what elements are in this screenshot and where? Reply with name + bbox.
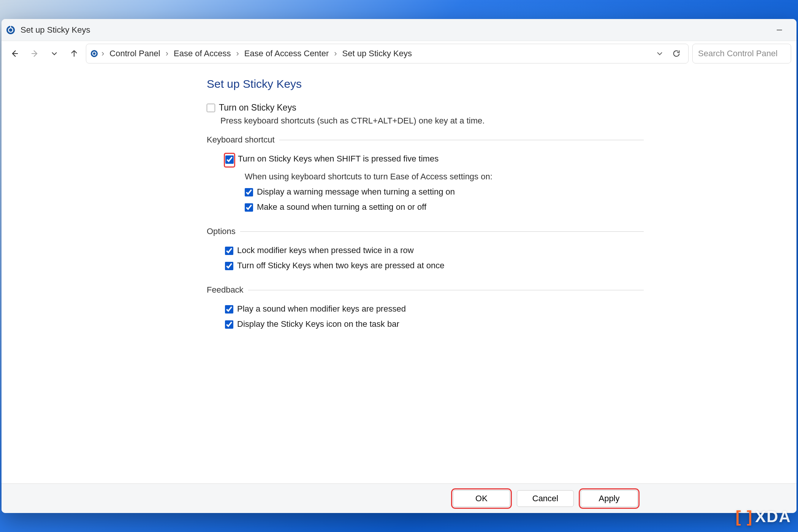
shift5-label[interactable]: Turn on Sticky Keys when SHIFT is presse… [238,154,439,164]
lock-checkbox[interactable] [225,247,233,255]
feedback-legend: Feedback [207,285,248,295]
sound-row: Make a sound when turning a setting on o… [245,202,644,212]
breadcrumb-item[interactable]: Ease of Access Center [242,47,331,60]
cancel-button[interactable]: Cancel [517,490,574,507]
search-input[interactable] [698,49,785,59]
options-group: Options Lock modifier keys when pressed … [207,226,644,276]
turn-on-sticky-keys-row: Turn on Sticky Keys [207,103,644,113]
feedback-group: Feedback Play a sound when modifier keys… [207,285,644,334]
keyboard-shortcut-legend: Keyboard shortcut [207,135,279,145]
recent-locations-button[interactable] [46,46,62,62]
chevron-right-icon: › [235,49,239,59]
lock-row: Lock modifier keys when pressed twice in… [225,245,644,255]
warn-row: Display a warning message when turning a… [245,187,644,197]
options-legend: Options [207,226,240,236]
taskbar-row: Display the Sticky Keys icon on the task… [225,319,644,329]
turnoff-label[interactable]: Turn off Sticky Keys when two keys are p… [237,261,444,271]
address-history-button[interactable] [653,48,666,59]
turnoff-checkbox[interactable] [225,262,233,270]
warn-label[interactable]: Display a warning message when turning a… [257,187,455,197]
bracket-icon: [ ] [736,508,753,526]
breadcrumb-item[interactable]: Control Panel [107,47,162,60]
taskbar-checkbox[interactable] [225,320,233,329]
content-area: Set up Sticky Keys Turn on Sticky Keys P… [2,66,796,483]
breadcrumb-item[interactable]: Set up Sticky Keys [340,47,414,60]
page-heading: Set up Sticky Keys [207,78,644,90]
turn-on-sticky-keys-label[interactable]: Turn on Sticky Keys [219,103,296,113]
control-panel-window: Set up Sticky Keys › [2,19,796,513]
chevron-right-icon: › [101,49,105,59]
address-icon [90,49,98,58]
keyboard-shortcut-group: Keyboard shortcut Turn on Sticky Keys wh… [207,135,644,217]
shift5-row: Turn on Sticky Keys when SHIFT is presse… [225,154,644,166]
sound-checkbox[interactable] [245,203,253,212]
turnoff-row: Turn off Sticky Keys when two keys are p… [225,261,644,271]
sound-label[interactable]: Make a sound when turning a setting on o… [257,202,426,212]
svg-point-9 [93,52,95,55]
playsound-checkbox[interactable] [225,305,233,314]
xda-watermark: [ ] XDA [736,508,791,526]
warn-checkbox[interactable] [245,188,253,196]
chevron-right-icon: › [333,49,337,59]
ok-button[interactable]: OK [453,490,510,507]
watermark-text: XDA [755,508,791,526]
turn-on-description: Press keyboard shortcuts (such as CTRL+A… [220,116,644,126]
navbar: › Control Panel › Ease of Access › Ease … [2,41,796,66]
lock-label[interactable]: Lock modifier keys when pressed twice in… [237,245,414,255]
playsound-row: Play a sound when modifier keys are pres… [225,304,644,314]
back-button[interactable] [7,46,23,62]
window-title: Set up Sticky Keys [21,25,90,35]
titlebar: Set up Sticky Keys [2,19,796,41]
svg-rect-3 [10,26,11,28]
minimize-button[interactable] [766,19,793,41]
up-button[interactable] [66,46,82,62]
search-box[interactable] [692,44,791,63]
turn-on-sticky-keys-checkbox[interactable] [207,104,215,112]
refresh-button[interactable] [668,47,684,60]
svg-point-2 [9,28,13,32]
keyboard-shortcut-subtext: When using keyboard shortcuts to turn Ea… [245,172,644,182]
playsound-label[interactable]: Play a sound when modifier keys are pres… [237,304,406,314]
shift5-checkbox[interactable] [225,155,234,164]
chevron-right-icon: › [165,49,169,59]
annotation-highlight [225,154,234,166]
button-bar: OK Cancel Apply [2,483,796,513]
apply-button[interactable]: Apply [581,490,638,507]
control-panel-icon [5,25,16,35]
address-bar[interactable]: › Control Panel › Ease of Access › Ease … [86,44,689,63]
forward-button[interactable] [27,46,43,62]
breadcrumb-item[interactable]: Ease of Access [171,47,233,60]
taskbar-label[interactable]: Display the Sticky Keys icon on the task… [237,319,399,329]
